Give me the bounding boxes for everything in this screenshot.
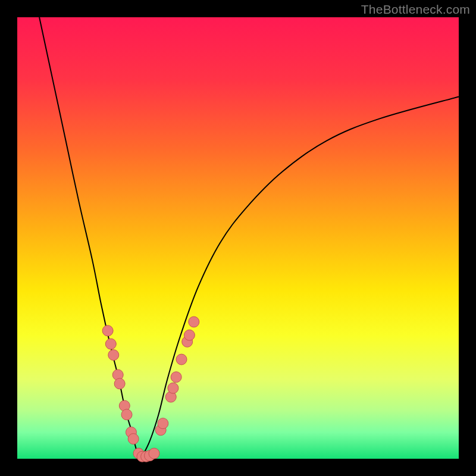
watermark-text: TheBottleneck.com xyxy=(361,2,470,17)
plot-area xyxy=(17,17,459,459)
chart-frame: TheBottleneck.com xyxy=(0,0,476,476)
